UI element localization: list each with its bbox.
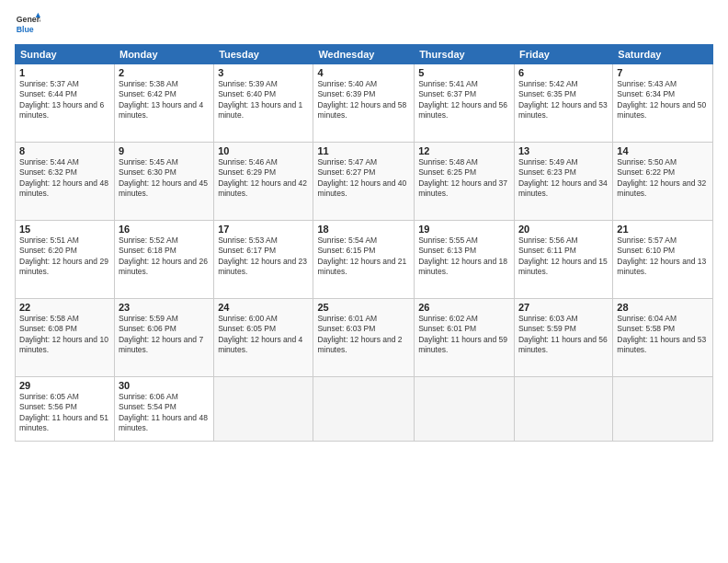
day-number: 14 (617, 145, 709, 156)
table-row: 7 Sunrise: 5:43 AMSunset: 6:34 PMDayligh… (613, 64, 713, 143)
day-number: 12 (418, 145, 510, 156)
table-row: 15 Sunrise: 5:51 AMSunset: 6:20 PMDaylig… (16, 221, 115, 299)
day-info: Sunrise: 5:39 AMSunset: 6:40 PMDaylight:… (218, 79, 309, 121)
table-row: 27 Sunrise: 6:03 AMSunset: 5:59 PMDaylig… (514, 299, 612, 377)
day-number: 22 (19, 302, 110, 313)
day-info: Sunrise: 5:49 AMSunset: 6:23 PMDaylight:… (518, 157, 609, 200)
day-number: 24 (218, 302, 309, 313)
table-row: 24 Sunrise: 6:00 AMSunset: 6:05 PMDaylig… (214, 299, 313, 377)
table-row: 3 Sunrise: 5:39 AMSunset: 6:40 PMDayligh… (214, 64, 313, 143)
day-number: 2 (119, 67, 210, 78)
col-sunday: Sunday (16, 45, 115, 64)
col-friday: Friday (514, 45, 612, 64)
day-info: Sunrise: 5:58 AMSunset: 6:08 PMDaylight:… (19, 314, 110, 356)
day-info: Sunrise: 5:45 AMSunset: 6:30 PMDaylight:… (119, 157, 210, 200)
day-number: 8 (19, 145, 110, 156)
table-row: 18 Sunrise: 5:54 AMSunset: 6:15 PMDaylig… (313, 221, 415, 299)
day-number: 5 (418, 67, 510, 78)
day-info: Sunrise: 5:46 AMSunset: 6:29 PMDaylight:… (218, 157, 309, 200)
table-row: 2 Sunrise: 5:38 AMSunset: 6:42 PMDayligh… (114, 64, 213, 143)
day-info: Sunrise: 5:44 AMSunset: 6:32 PMDaylight:… (19, 157, 110, 200)
col-thursday: Thursday (415, 45, 515, 64)
day-info: Sunrise: 5:40 AMSunset: 6:39 PMDaylight:… (317, 79, 410, 121)
day-info: Sunrise: 5:47 AMSunset: 6:27 PMDaylight:… (317, 157, 410, 200)
table-row: 28 Sunrise: 6:04 AMSunset: 5:58 PMDaylig… (613, 299, 713, 377)
calendar-week-row: 29 Sunrise: 6:05 AMSunset: 5:56 PMDaylig… (16, 377, 713, 442)
table-row: 6 Sunrise: 5:42 AMSunset: 6:35 PMDayligh… (514, 64, 612, 143)
day-number: 28 (617, 302, 709, 313)
day-info: Sunrise: 6:06 AMSunset: 5:54 PMDaylight:… (119, 392, 210, 434)
day-number: 17 (218, 224, 309, 235)
table-row: 8 Sunrise: 5:44 AMSunset: 6:32 PMDayligh… (16, 143, 115, 221)
table-row: 22 Sunrise: 5:58 AMSunset: 6:08 PMDaylig… (16, 299, 115, 377)
day-info: Sunrise: 5:55 AMSunset: 6:13 PMDaylight:… (418, 236, 510, 278)
day-number: 13 (518, 145, 609, 156)
col-wednesday: Wednesday (313, 45, 415, 64)
table-row: 25 Sunrise: 6:01 AMSunset: 6:03 PMDaylig… (313, 299, 415, 377)
day-number: 4 (317, 67, 410, 78)
day-info: Sunrise: 6:02 AMSunset: 6:01 PMDaylight:… (418, 314, 510, 356)
table-row (613, 377, 713, 442)
day-number: 25 (317, 302, 410, 313)
day-info: Sunrise: 5:37 AMSunset: 6:44 PMDaylight:… (19, 79, 110, 121)
day-number: 1 (19, 67, 110, 78)
day-info: Sunrise: 5:53 AMSunset: 6:17 PMDaylight:… (218, 236, 309, 278)
day-info: Sunrise: 5:56 AMSunset: 6:11 PMDaylight:… (518, 236, 609, 278)
table-row (214, 377, 313, 442)
day-info: Sunrise: 5:54 AMSunset: 6:15 PMDaylight:… (317, 236, 410, 278)
day-number: 21 (617, 224, 709, 235)
day-number: 11 (317, 145, 410, 156)
day-info: Sunrise: 5:38 AMSunset: 6:42 PMDaylight:… (119, 79, 210, 121)
col-saturday: Saturday (613, 45, 713, 64)
day-info: Sunrise: 5:52 AMSunset: 6:18 PMDaylight:… (119, 236, 210, 278)
day-info: Sunrise: 5:42 AMSunset: 6:35 PMDaylight:… (518, 79, 609, 121)
table-row: 13 Sunrise: 5:49 AMSunset: 6:23 PMDaylig… (514, 143, 612, 221)
day-info: Sunrise: 6:01 AMSunset: 6:03 PMDaylight:… (317, 314, 410, 356)
table-row: 9 Sunrise: 5:45 AMSunset: 6:30 PMDayligh… (114, 143, 213, 221)
day-number: 6 (518, 67, 609, 78)
table-row: 19 Sunrise: 5:55 AMSunset: 6:13 PMDaylig… (415, 221, 515, 299)
calendar-week-row: 8 Sunrise: 5:44 AMSunset: 6:32 PMDayligh… (16, 143, 713, 221)
table-row: 20 Sunrise: 5:56 AMSunset: 6:11 PMDaylig… (514, 221, 612, 299)
table-row: 1 Sunrise: 5:37 AMSunset: 6:44 PMDayligh… (16, 64, 115, 143)
table-row: 21 Sunrise: 5:57 AMSunset: 6:10 PMDaylig… (613, 221, 713, 299)
day-info: Sunrise: 6:03 AMSunset: 5:59 PMDaylight:… (518, 314, 609, 356)
table-row: 14 Sunrise: 5:50 AMSunset: 6:22 PMDaylig… (613, 143, 713, 221)
calendar-header-row: Sunday Monday Tuesday Wednesday Thursday… (16, 45, 713, 64)
logo: General Blue (15, 11, 40, 37)
day-number: 29 (19, 380, 110, 391)
day-number: 26 (418, 302, 510, 313)
day-number: 9 (119, 145, 210, 156)
day-info: Sunrise: 6:04 AMSunset: 5:58 PMDaylight:… (617, 314, 709, 356)
day-info: Sunrise: 5:48 AMSunset: 6:25 PMDaylight:… (418, 157, 510, 200)
day-number: 7 (617, 67, 709, 78)
day-number: 18 (317, 224, 410, 235)
svg-text:Blue: Blue (17, 25, 34, 34)
table-row: 11 Sunrise: 5:47 AMSunset: 6:27 PMDaylig… (313, 143, 415, 221)
day-number: 20 (518, 224, 609, 235)
table-row: 17 Sunrise: 5:53 AMSunset: 6:17 PMDaylig… (214, 221, 313, 299)
table-row: 30 Sunrise: 6:06 AMSunset: 5:54 PMDaylig… (114, 377, 213, 442)
calendar-week-row: 15 Sunrise: 5:51 AMSunset: 6:20 PMDaylig… (16, 221, 713, 299)
day-info: Sunrise: 6:00 AMSunset: 6:05 PMDaylight:… (218, 314, 309, 356)
day-number: 23 (119, 302, 210, 313)
table-row: 5 Sunrise: 5:41 AMSunset: 6:37 PMDayligh… (415, 64, 515, 143)
day-number: 16 (119, 224, 210, 235)
table-row (415, 377, 515, 442)
col-monday: Monday (114, 45, 213, 64)
table-row: 26 Sunrise: 6:02 AMSunset: 6:01 PMDaylig… (415, 299, 515, 377)
table-row: 10 Sunrise: 5:46 AMSunset: 6:29 PMDaylig… (214, 143, 313, 221)
day-number: 27 (518, 302, 609, 313)
table-row (313, 377, 415, 442)
calendar-table: Sunday Monday Tuesday Wednesday Thursday… (15, 44, 713, 442)
day-info: Sunrise: 5:57 AMSunset: 6:10 PMDaylight:… (617, 236, 709, 278)
calendar-week-row: 22 Sunrise: 5:58 AMSunset: 6:08 PMDaylig… (16, 299, 713, 377)
day-number: 10 (218, 145, 309, 156)
day-info: Sunrise: 5:43 AMSunset: 6:34 PMDaylight:… (617, 79, 709, 121)
day-number: 19 (418, 224, 510, 235)
day-number: 15 (19, 224, 110, 235)
day-number: 3 (218, 67, 309, 78)
day-number: 30 (119, 380, 210, 391)
table-row: 23 Sunrise: 5:59 AMSunset: 6:06 PMDaylig… (114, 299, 213, 377)
day-info: Sunrise: 6:05 AMSunset: 5:56 PMDaylight:… (19, 392, 110, 434)
